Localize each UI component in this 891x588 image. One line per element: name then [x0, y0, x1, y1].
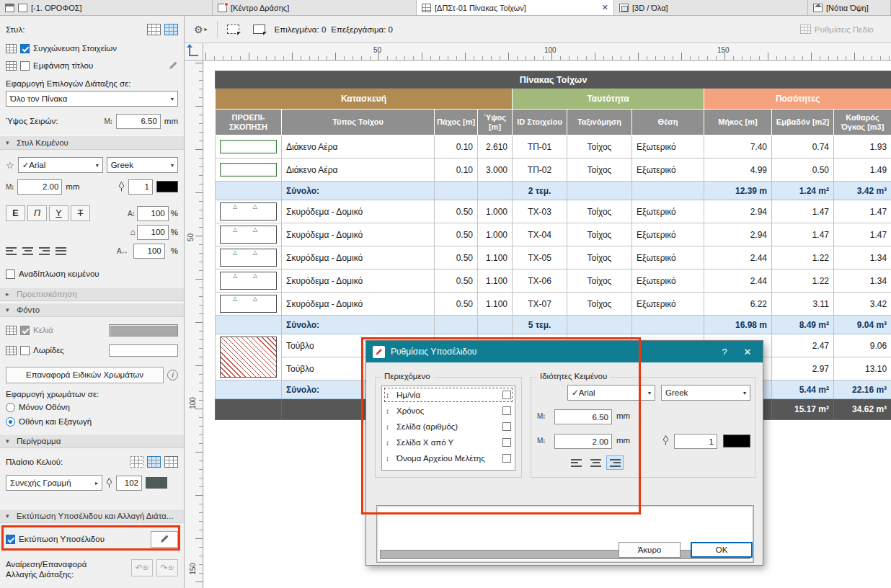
schedule-row[interactable]: △△Σκυρόδεμα - Δομικό0.501.100ΤΧ-05Τοίχος… [216, 246, 891, 270]
tab-close-icon[interactable]: ✕ [602, 3, 608, 12]
column-header[interactable]: Μήκος [m] [704, 110, 772, 135]
apply-layout-dropdown[interactable]: Όλο τον Πίνακα ▾ [6, 91, 178, 107]
dialog-text-height-input[interactable]: 6.50 [554, 409, 612, 424]
footer-content-item[interactable]: ↕Σελίδα Χ από Υ [384, 435, 513, 450]
column-header[interactable]: ID Στοιχείου [513, 110, 567, 135]
cells-color-swatch[interactable] [109, 324, 178, 337]
tab-action-center[interactable]: [Κέντρο Δράσης] [213, 0, 417, 15]
select-elements-button[interactable] [223, 19, 244, 39]
footer-settings-pencil-button[interactable] [151, 531, 178, 548]
section-preview[interactable]: ▸ Προεπισκόπηση [0, 287, 184, 301]
footer-item-checkbox[interactable] [502, 422, 511, 431]
help-button[interactable]: ? [716, 347, 733, 357]
table-style-selected-icon[interactable] [164, 24, 178, 35]
stripes-checkbox[interactable] [20, 346, 30, 355]
print-footer-checkbox[interactable] [6, 535, 15, 544]
undo-layout-button[interactable]: ↶ B⁄ [131, 559, 153, 576]
row-height-input[interactable]: 6.50 [116, 114, 161, 129]
footer-item-checkbox[interactable] [502, 454, 511, 463]
merge-elements-checkbox[interactable] [20, 44, 30, 53]
schedule-row[interactable]: △△Σκυρόδεμα - Δομικό0.501.000ΤΧ-03Τοίχος… [216, 200, 891, 223]
vertical-ruler[interactable]: 50 100 150 [185, 61, 203, 588]
column-header[interactable]: Τύπος Τοίχου [282, 110, 435, 135]
edit-elements-button[interactable] [249, 19, 270, 39]
font-size-input[interactable]: 2.00 [17, 179, 62, 195]
dialog-line-spacing-input[interactable]: 2.00 [554, 434, 612, 449]
column-header[interactable]: Θέση [632, 110, 704, 135]
footer-content-item[interactable]: ↕Όνομα Αρχείου Μελέτης [384, 450, 513, 466]
width-factor-input[interactable]: 100 [137, 225, 169, 240]
scheme-settings-button[interactable]: ⚙ ▸ [190, 19, 212, 39]
dialog-pen-color-swatch[interactable] [723, 435, 750, 447]
column-header[interactable]: Εμβαδόν [m2] [772, 110, 834, 135]
screen-only-radio[interactable] [6, 403, 15, 412]
column-header[interactable]: ΠΡΟΕΠΙ-ΣΚΟΠΗΣΗ [216, 110, 282, 135]
align-right-button[interactable] [606, 455, 624, 470]
drag-handle-icon[interactable]: ↕ [386, 423, 393, 431]
schedule-row[interactable]: Διάκενο Αέρα0.103.000ΤΠ-02ΤοίχοςΕξωτερικ… [216, 159, 891, 182]
edit-title-pencil-icon[interactable] [168, 61, 178, 71]
align-center-button[interactable] [587, 455, 604, 470]
close-button[interactable]: ✕ [739, 347, 756, 357]
bold-button[interactable]: E [6, 205, 25, 221]
cell-frame-inner-icon[interactable] [147, 456, 161, 468]
favorites-star-icon[interactable]: ☆ [6, 160, 14, 171]
column-header[interactable]: Καθαρός Όγκος [m3] [834, 110, 891, 135]
font-dropdown[interactable]: ✓Arial ▾ [18, 157, 103, 173]
group-header-3[interactable]: Ποσότητες [704, 89, 891, 110]
subtotal-row[interactable]: Σύνολο:2 τεμ.12.39 m1.24 m²3.42 m³ [216, 182, 891, 200]
section-border[interactable]: ▾ Περίγραμμα [0, 434, 184, 448]
column-header[interactable]: Ταξινόμηση [567, 110, 632, 135]
cell-frame-none-icon[interactable] [130, 456, 143, 468]
cancel-button[interactable]: Άκυρο [619, 542, 681, 558]
footer-content-item[interactable]: ↕Σελίδα (αριθμός) [384, 419, 513, 435]
cells-checkbox[interactable] [20, 326, 30, 335]
pen-color-swatch[interactable] [156, 181, 178, 192]
footer-content-item[interactable]: ↕Ημ/νία [384, 387, 513, 403]
italic-button[interactable]: Π [27, 205, 47, 221]
border-pen-input[interactable]: 102 [116, 476, 142, 491]
pen-number-input[interactable]: 1 [128, 179, 153, 195]
align-right-button[interactable] [39, 247, 50, 255]
ok-button[interactable]: OK [691, 542, 753, 558]
dialog-font-dropdown[interactable]: ✓Arial ▾ [567, 385, 655, 401]
align-left-button[interactable] [567, 455, 585, 470]
redo-layout-button[interactable]: ↷ B⁄ [156, 559, 178, 576]
column-header[interactable]: Ύψος [m] [478, 110, 513, 135]
script-dropdown[interactable]: Greek ▾ [107, 157, 178, 173]
group-header-2[interactable]: Ταυτότητα [513, 89, 704, 110]
subtotal-row[interactable]: Σύνολο:5 τεμ.16.98 m8.49 m²9.04 m³ [216, 316, 891, 334]
drag-handle-icon[interactable]: ↕ [386, 407, 393, 415]
dialog-script-dropdown[interactable]: Greek ▾ [661, 385, 750, 401]
schedule-row[interactable]: △△Σκυρόδεμα - Δομικό0.501.000ΤΧ-04Τοίχος… [216, 223, 891, 246]
border-pen-swatch[interactable] [146, 477, 167, 489]
footer-item-checkbox[interactable] [502, 438, 511, 447]
letter-spacing-input[interactable]: 100 [133, 244, 165, 259]
drag-handle-icon[interactable]: ↕ [386, 439, 393, 447]
section-background[interactable]: ▾ Φόντο [0, 303, 184, 317]
strikethrough-button[interactable]: T [71, 205, 90, 221]
align-left-button[interactable] [6, 247, 17, 255]
drag-handle-icon[interactable]: ↕ [386, 455, 393, 463]
group-header-1[interactable]: Κατασκευή [216, 89, 513, 110]
schedule-row[interactable]: Διάκενο Αέρα0.102.610ΤΠ-01ΤοίχοςΕξωτερικ… [216, 135, 891, 159]
field-settings-button[interactable]: Ρυθμίσεις Πεδίο [800, 19, 891, 39]
line-spacing-input[interactable]: 100 [137, 206, 169, 221]
ruler-corner[interactable] [185, 43, 203, 61]
align-justify-button[interactable] [56, 247, 66, 255]
underline-button[interactable]: Y [49, 205, 68, 221]
column-header[interactable]: Πάχος [m] [435, 110, 478, 135]
section-footer-print[interactable]: ▾ Εκτύπωση Υποσέλιδου και Αλλαγή Διάτα..… [0, 509, 184, 523]
table-style-option-icon[interactable] [147, 24, 161, 35]
info-icon[interactable]: i [167, 370, 178, 380]
screen-and-export-radio[interactable] [6, 417, 15, 427]
line-type-dropdown[interactable]: Συνεχής Γραμμή ▸ [6, 475, 102, 491]
schedule-row[interactable]: △△Σκυρόδεμα - Δομικό0.501.100ΤΧ-07Τοίχος… [216, 293, 891, 316]
section-text-style[interactable]: ▾ Στυλ Κειμένου [0, 135, 184, 150]
stripes-color-swatch[interactable] [109, 344, 178, 357]
tab-floor-plan[interactable]: [-1. ΟΡΟΦΟΣ] [0, 0, 213, 15]
cell-frame-all-icon[interactable] [164, 456, 178, 468]
tab-south-elevation[interactable]: [Νότια Όψη] [808, 0, 891, 15]
drag-handle-icon[interactable]: ↕ [386, 391, 393, 399]
show-title-checkbox[interactable] [20, 61, 30, 71]
